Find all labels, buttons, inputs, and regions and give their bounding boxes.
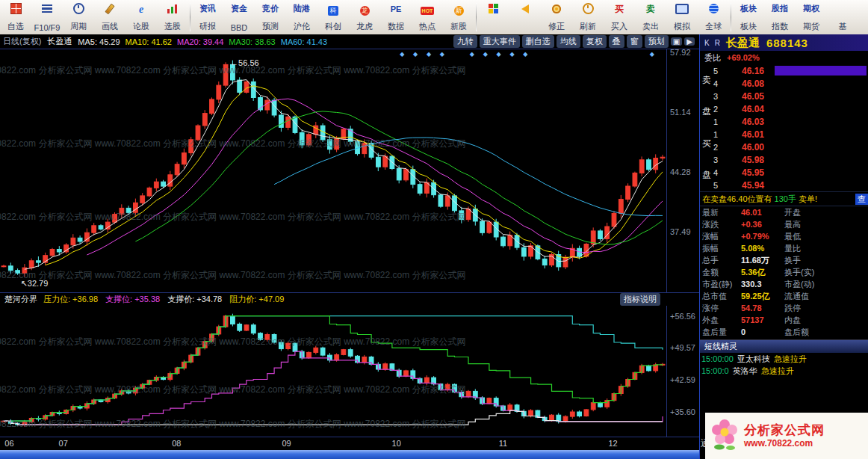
- toolbar-item-选股[interactable]: 选股: [157, 0, 188, 34]
- toolbar-item-top: [552, 3, 561, 14]
- indicator-help-button[interactable]: 指标说明: [620, 293, 660, 306]
- stat-label: 开盘: [784, 207, 826, 218]
- stat-value: 54.78: [741, 304, 784, 312]
- stat-label: 金额: [702, 267, 741, 278]
- site-logo: 分析家公式网 www.70822.com: [705, 413, 868, 459]
- toolbar-item-top: [675, 3, 689, 14]
- toolbar-item-研报[interactable]: 资讯研报: [192, 0, 223, 34]
- quote-row: 246.00: [700, 141, 868, 153]
- toolbar-item-画线[interactable]: 画线: [94, 0, 125, 34]
- stat-label: 最新: [702, 207, 741, 218]
- sprite-item[interactable]: 15:00:0英洛华急速拉升: [700, 365, 868, 377]
- toolbar-item-板块[interactable]: 板块板块: [733, 0, 764, 34]
- toolbar-item-自选[interactable]: 自选: [0, 0, 31, 34]
- toolbar-item-label: 预测: [262, 21, 279, 32]
- stock-name: 长盈通: [726, 36, 760, 50]
- toolbar-item-top: [139, 3, 143, 14]
- indicator-header: 楚河分界 压力位: +36.98支撑位: +35.38支撑价: +34.78阻力…: [0, 292, 699, 306]
- toolbar-item-全球[interactable]: 全球: [698, 0, 729, 34]
- pencil-icon: [105, 3, 114, 14]
- toolbar-item-label: 买入: [611, 21, 627, 32]
- stock-code: 688143: [766, 37, 808, 49]
- stat-value: 330.3: [741, 280, 784, 289]
- toolbar-item-top: [646, 3, 655, 14]
- notice-more-button[interactable]: 查: [855, 194, 868, 205]
- toolbar-item-F10/F9[interactable]: F10/F9: [31, 0, 63, 34]
- toolbar-item-label: 选股: [164, 21, 181, 32]
- price-tick-label: +35.60: [670, 407, 695, 416]
- chart-button-窗[interactable]: 窗: [627, 35, 642, 48]
- stats-row: 涨跌+0.36最高: [700, 218, 868, 230]
- toolbar-item-新股[interactable]: 新股: [443, 0, 474, 34]
- toolbar-item-买入[interactable]: 买入: [604, 0, 635, 34]
- r-button[interactable]: R: [713, 39, 722, 47]
- toolbar-item-arrow-left[interactable]: [509, 0, 541, 34]
- toolbar-item-论股[interactable]: 论股: [125, 0, 157, 34]
- toolbar-top-label: 竞价: [262, 3, 279, 14]
- adjust-icon: [552, 4, 561, 13]
- stat-label: 换手(实): [784, 267, 826, 278]
- app-window: 自选F10/F9周期画线论股选股资讯研报资金BBD竞价预测陆港沪伦科创龙虎PE数…: [0, 0, 868, 459]
- hot-icon: [421, 2, 435, 16]
- toolbar-item-top: 陆港: [294, 3, 310, 14]
- chart-button-预划[interactable]: 预划: [645, 35, 669, 48]
- toolbar-item-label: 画线: [102, 21, 118, 32]
- site-url[interactable]: www.70822.com: [744, 438, 825, 449]
- toolbar-item-龙虎[interactable]: 龙虎: [349, 0, 380, 34]
- period-selector[interactable]: 日线(复权): [3, 36, 41, 47]
- toolbar-item-卖出[interactable]: 卖出: [635, 0, 666, 34]
- stat-label: 换手: [784, 255, 826, 266]
- sprite-header[interactable]: 短线精灵: [700, 339, 868, 353]
- toolbar-item-palette[interactable]: [478, 0, 509, 34]
- toolbar-item-沪伦[interactable]: 陆港沪伦: [286, 0, 317, 34]
- chart-button-九转[interactable]: 九转: [453, 35, 477, 48]
- next-page-icon[interactable]: ▶: [684, 37, 695, 46]
- new-stock-icon: [454, 2, 464, 16]
- toolbar-item-BBD[interactable]: 资金BBD: [223, 0, 255, 34]
- toolbar-item-修正[interactable]: 修正: [541, 0, 572, 34]
- stats-row: 盘后量0盘后额: [700, 326, 868, 338]
- toolbar-item-top: 股指: [772, 3, 788, 14]
- chart-button-均线[interactable]: 均线: [557, 35, 580, 48]
- chart-button-叠[interactable]: 叠: [609, 35, 624, 48]
- toolbar-item-label: 沪伦: [294, 21, 310, 32]
- toolbar-item-预测[interactable]: 竞价预测: [255, 0, 286, 34]
- toolbar-item-周期[interactable]: 周期: [63, 0, 94, 34]
- toolbar-item-指数[interactable]: 股指指数: [764, 0, 796, 34]
- quote-row: 246.04: [700, 102, 868, 115]
- k-button[interactable]: K: [703, 39, 711, 47]
- window-layout-icon[interactable]: ▣: [671, 37, 682, 46]
- month-tick-label: 08: [172, 439, 181, 448]
- chart-button-删自选[interactable]: 删自选: [522, 35, 554, 48]
- toolbar-item-刷新[interactable]: 刷新: [572, 0, 604, 34]
- menu-icon: [42, 4, 52, 13]
- toolbar-item-top: 板块: [740, 3, 757, 14]
- palette-icon: [489, 4, 493, 8]
- toolbar-item-基[interactable]: 基: [827, 0, 858, 34]
- stat-label: 流通值: [784, 291, 826, 302]
- sprite-item[interactable]: 15:00:00亚太科技急速拉升: [700, 353, 868, 365]
- toolbar-item-label: 模拟: [674, 21, 690, 32]
- queue-level: 1: [713, 117, 724, 126]
- stats-row: 总手11.68万换手: [700, 254, 868, 266]
- queue-level: 5: [713, 181, 724, 190]
- buy-icon: [615, 1, 624, 16]
- main-kline-chart[interactable]: ←56.56↖32.79◆◆◆◆◆◆◆◆◆◆www.70822.com 分析家公…: [0, 49, 666, 292]
- toolbar-item-模拟[interactable]: 模拟: [666, 0, 698, 34]
- toolbar-item-期货[interactable]: 期权期货: [796, 0, 827, 34]
- toolbar-item-数据[interactable]: PE数据: [380, 0, 412, 34]
- chart-button-重大事件[interactable]: 重大事件: [480, 35, 520, 48]
- stat-label: 涨停: [702, 303, 741, 314]
- indicator-chart[interactable]: www.70822.com 分析家公式网 www.70822.com 分析家公式…: [0, 306, 666, 437]
- ma-value: MA10: 41.62: [125, 37, 172, 46]
- toolbar-item-热点[interactable]: 热点: [412, 0, 443, 34]
- toolbar-item-top: [421, 3, 435, 14]
- toolbar-top-label: 股指: [772, 3, 788, 14]
- toolbar-item-科创[interactable]: 科创: [317, 0, 349, 34]
- weibi-value: +69.02%: [727, 53, 760, 62]
- indicator-params: 压力位: +36.98支撑位: +35.38支撑价: +34.78阻力价: +4…: [43, 294, 291, 305]
- chart-button-复权[interactable]: 复权: [583, 35, 607, 48]
- queue-level: 3: [713, 155, 724, 164]
- indicator-param: 支撑位: +35.38: [105, 295, 160, 304]
- toolbar-item-top: [108, 3, 112, 14]
